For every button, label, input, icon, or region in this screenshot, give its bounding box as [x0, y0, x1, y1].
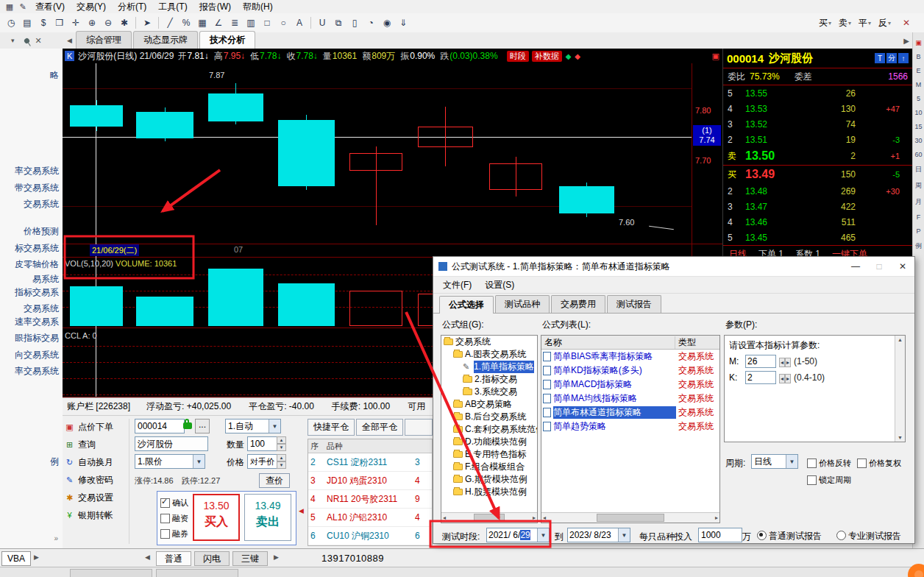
- kline-badge[interactable]: K: [65, 51, 74, 61]
- date-to-picker[interactable]: 2023/ 8/23 ▼: [567, 528, 630, 542]
- menu-item-5[interactable]: 报告(W): [193, 1, 237, 13]
- period-shortcut-15[interactable]: 例: [913, 241, 924, 251]
- bottom-nav-left-icon[interactable]: ◀: [145, 553, 150, 561]
- col-name[interactable]: 名称: [541, 336, 675, 349]
- quote-mini-button-2[interactable]: 分: [886, 53, 897, 63]
- layout-icon[interactable]: ❒: [51, 15, 68, 30]
- bottom-nav-right2-icon[interactable]: ▶: [274, 553, 279, 561]
- green-diamond-icon[interactable]: ◆: [566, 52, 572, 60]
- tab-scroll-right-icon[interactable]: ▶: [903, 37, 909, 45]
- trendline-icon[interactable]: ╱: [162, 15, 178, 30]
- formula-row-2[interactable]: 简单KD指标策略(多头)交易系统: [541, 364, 719, 378]
- price-input[interactable]: 对手价: [247, 454, 280, 469]
- buy-button[interactable]: 13.50 买入: [193, 494, 240, 541]
- trade-checkbox-2[interactable]: 融资: [160, 511, 188, 526]
- menu-item-4[interactable]: 工具(T): [152, 1, 193, 13]
- angle-icon[interactable]: ∠: [210, 15, 227, 30]
- parallel-lines-icon[interactable]: ≣: [227, 15, 243, 30]
- tree-item-10[interactable]: E.专用特色指标: [441, 448, 537, 461]
- position-row-2[interactable]: 3JD10 鸡蛋23104: [308, 472, 432, 490]
- period-shortcut-13[interactable]: F: [913, 213, 924, 221]
- bank-transfer-button[interactable]: ¥银期转帐: [65, 506, 127, 524]
- formula-row-6[interactable]: 简单趋势策略交易系统: [541, 420, 719, 433]
- main-tab-2[interactable]: 动态显示牌: [133, 31, 198, 49]
- menu-item-2[interactable]: 交易(Y): [71, 1, 112, 13]
- sidebar-close-icon[interactable]: ✕: [35, 36, 42, 46]
- circle-icon[interactable]: ○: [275, 15, 291, 30]
- trade-checkbox-1[interactable]: 确认: [160, 495, 188, 511]
- sidebar-item-7[interactable]: 皮零轴价格: [15, 258, 59, 271]
- period-shortcut-11[interactable]: 周: [913, 181, 924, 191]
- trade-checkbox-3[interactable]: 融券: [160, 526, 188, 542]
- bottom-tab-1[interactable]: 普通: [156, 551, 191, 566]
- cursor-icon[interactable]: ➤: [139, 15, 155, 30]
- bars-icon[interactable]: ▥: [243, 15, 259, 30]
- minimize-button[interactable]: —: [844, 257, 867, 276]
- tree-item-9[interactable]: D.功能模块范例: [441, 436, 537, 448]
- period-shortcut-7[interactable]: 15: [913, 123, 924, 130]
- bottom-tab-3[interactable]: 三键: [232, 551, 268, 566]
- app-icon[interactable]: ▦: [3, 2, 16, 12]
- rect-icon[interactable]: □: [259, 15, 275, 30]
- dialog-checkbox-1[interactable]: 价格反转: [807, 456, 851, 471]
- tree-item-12[interactable]: G.期货模块范例: [441, 473, 537, 486]
- position-button-clipped[interactable]: [405, 419, 433, 436]
- period-shortcut-5[interactable]: 5: [913, 95, 924, 102]
- mode-select[interactable]: 1.自动 ▼: [225, 419, 281, 433]
- zoom-out-icon[interactable]: ⊖: [100, 15, 116, 30]
- position-button-2[interactable]: 全部平仓: [356, 419, 403, 436]
- tree-item-2[interactable]: A.图表交易系统: [441, 348, 537, 361]
- period-shortcut-4[interactable]: M: [913, 81, 924, 88]
- dialog-titlebar[interactable]: 公式测试系统 - 1.简单指标策略：简单布林通道指标策略 — □ ✕: [433, 257, 914, 277]
- chevron-down-icon[interactable]: ▼: [269, 420, 280, 433]
- params-vscrollbar[interactable]: ▲▼: [895, 336, 905, 442]
- chart-button-1[interactable]: 时段: [507, 51, 529, 62]
- sidebar-item-15[interactable]: 例: [50, 456, 59, 468]
- tree-item-5[interactable]: 3.系统交易: [441, 386, 537, 398]
- sidebar-item-13[interactable]: 向交易系统: [15, 349, 59, 361]
- trash-icon[interactable]: ▯: [346, 15, 363, 30]
- link-icon[interactable]: ⧉: [330, 15, 346, 30]
- percent-icon[interactable]: %: [178, 15, 194, 30]
- bottom-tab-2[interactable]: 闪电: [194, 551, 230, 566]
- sidebar-item-8[interactable]: 易系统: [32, 273, 59, 286]
- grid-icon[interactable]: ▦: [194, 15, 210, 30]
- bottom-nav-right-icon[interactable]: ▶: [34, 553, 39, 561]
- list-hscrollbar[interactable]: ◂▸: [541, 512, 719, 523]
- tree-item-13[interactable]: H.股票模块范例: [441, 486, 537, 498]
- sidebar-item-1[interactable]: 略: [50, 69, 59, 82]
- tree-item-3[interactable]: ✎1.简单指标策略: [441, 361, 537, 373]
- auto-rollover-button[interactable]: ↻自动换月: [65, 453, 127, 471]
- position-row-4[interactable]: 5AL10 沪铝23104: [308, 509, 432, 527]
- report-icon[interactable]: ▤: [19, 15, 35, 30]
- alarm-icon[interactable]: ◔: [363, 15, 379, 30]
- sell-button[interactable]: 13.49 卖出: [244, 494, 291, 541]
- trade-shortcut-4[interactable]: 反▾: [875, 16, 895, 30]
- sidebar-item-3[interactable]: 带交易系统: [15, 182, 59, 194]
- normal-report-radio[interactable]: 普通测试报告: [757, 530, 822, 542]
- scroll-left-icon[interactable]: ◀: [299, 507, 304, 514]
- code-input[interactable]: 000014: [135, 419, 185, 433]
- dialog-tab-2[interactable]: 测试品种: [495, 295, 550, 313]
- tree-item-6[interactable]: AB交易策略: [441, 398, 537, 411]
- sidebar-more-icon[interactable]: »: [54, 534, 58, 542]
- formula-row-3[interactable]: 简单MACD指标策略交易系统: [541, 378, 719, 392]
- chevron-down-icon[interactable]: ▼: [537, 528, 549, 542]
- sidebar-item-10[interactable]: 交易系统: [24, 302, 59, 315]
- sidebar-item-9[interactable]: 指标交易系: [15, 286, 59, 299]
- quantity-stepper[interactable]: ▲▼: [277, 436, 286, 451]
- price-stepper[interactable]: ▲▼: [277, 454, 286, 469]
- trade-settings-button[interactable]: ✱交易设置: [65, 489, 127, 506]
- tree-item-11[interactable]: F.组合模板组合: [441, 461, 537, 473]
- toolbar-close-icon[interactable]: ✕: [899, 18, 914, 28]
- underline-icon[interactable]: U: [314, 15, 330, 30]
- lock-icon[interactable]: [183, 422, 192, 429]
- position-row-5[interactable]: 6CU10 沪铜23106: [308, 527, 432, 545]
- sidebar-item-2[interactable]: 率交易系统: [15, 165, 59, 177]
- formula-row-4[interactable]: 简单MA均线指标策略交易系统: [541, 392, 719, 406]
- col-type[interactable]: 类型: [675, 336, 719, 349]
- clock-icon[interactable]: ◷: [3, 15, 19, 30]
- formula-row-1[interactable]: 简单BIAS乖离率指标策略交易系统: [541, 350, 719, 364]
- check-price-button[interactable]: 查价: [259, 473, 290, 488]
- query-button[interactable]: ⊞查询: [65, 436, 127, 453]
